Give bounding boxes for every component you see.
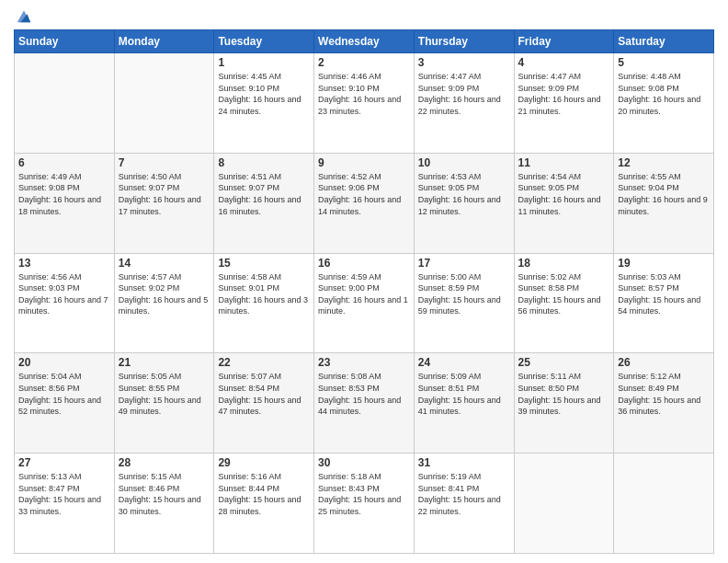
- day-number: 22: [218, 356, 310, 369]
- calendar-cell: 1Sunrise: 4:45 AMSunset: 9:10 PMDaylight…: [214, 53, 314, 154]
- calendar-cell: 5Sunrise: 4:48 AMSunset: 9:08 PMDaylight…: [614, 53, 714, 154]
- day-number: 5: [618, 56, 710, 69]
- cell-info: Sunrise: 5:07 AMSunset: 8:54 PMDaylight:…: [218, 371, 310, 417]
- calendar-week-row: 27Sunrise: 5:13 AMSunset: 8:47 PMDayligh…: [15, 454, 714, 554]
- cell-info: Sunrise: 4:49 AMSunset: 9:08 PMDaylight:…: [18, 171, 110, 217]
- day-number: 29: [218, 456, 310, 469]
- calendar-week-row: 13Sunrise: 4:56 AMSunset: 9:03 PMDayligh…: [15, 253, 714, 353]
- cell-info: Sunrise: 5:19 AMSunset: 8:41 PMDaylight:…: [418, 471, 510, 517]
- day-number: 23: [318, 356, 410, 369]
- calendar-cell: 24Sunrise: 5:09 AMSunset: 8:51 PMDayligh…: [414, 353, 514, 454]
- calendar-cell: 25Sunrise: 5:11 AMSunset: 8:50 PMDayligh…: [514, 353, 614, 454]
- calendar-cell: 19Sunrise: 5:03 AMSunset: 8:57 PMDayligh…: [614, 253, 714, 353]
- cell-info: Sunrise: 5:09 AMSunset: 8:51 PMDaylight:…: [418, 371, 510, 417]
- day-number: 26: [618, 356, 710, 369]
- calendar-cell: 28Sunrise: 5:15 AMSunset: 8:46 PMDayligh…: [114, 454, 214, 554]
- day-number: 18: [518, 257, 610, 270]
- cell-info: Sunrise: 5:11 AMSunset: 8:50 PMDaylight:…: [518, 371, 610, 417]
- weekday-header-monday: Monday: [114, 30, 214, 53]
- calendar-cell: 2Sunrise: 4:46 AMSunset: 9:10 PMDaylight…: [314, 53, 415, 154]
- day-number: 11: [518, 156, 610, 169]
- calendar-cell: 31Sunrise: 5:19 AMSunset: 8:41 PMDayligh…: [414, 454, 514, 554]
- calendar-cell: 6Sunrise: 4:49 AMSunset: 9:08 PMDaylight…: [15, 153, 115, 253]
- weekday-header-row: SundayMondayTuesdayWednesdayThursdayFrid…: [15, 30, 714, 53]
- cell-info: Sunrise: 4:57 AMSunset: 9:02 PMDaylight:…: [119, 271, 210, 317]
- calendar-table: SundayMondayTuesdayWednesdayThursdayFrid…: [14, 29, 714, 554]
- weekday-header-tuesday: Tuesday: [214, 30, 314, 53]
- weekday-header-thursday: Thursday: [414, 30, 514, 53]
- calendar-cell: 30Sunrise: 5:18 AMSunset: 8:43 PMDayligh…: [314, 454, 415, 554]
- calendar-cell: 22Sunrise: 5:07 AMSunset: 8:54 PMDayligh…: [214, 353, 314, 454]
- calendar-cell: 26Sunrise: 5:12 AMSunset: 8:49 PMDayligh…: [614, 353, 714, 454]
- cell-info: Sunrise: 4:51 AMSunset: 9:07 PMDaylight:…: [218, 171, 310, 217]
- day-number: 16: [318, 257, 410, 270]
- weekday-header-saturday: Saturday: [614, 30, 714, 53]
- cell-info: Sunrise: 4:47 AMSunset: 9:09 PMDaylight:…: [518, 71, 610, 117]
- cell-info: Sunrise: 5:18 AMSunset: 8:43 PMDaylight:…: [318, 471, 410, 517]
- cell-info: Sunrise: 4:55 AMSunset: 9:04 PMDaylight:…: [618, 171, 710, 217]
- day-number: 4: [518, 56, 610, 69]
- day-number: 3: [418, 56, 510, 69]
- day-number: 9: [318, 156, 410, 169]
- calendar-cell: [614, 454, 714, 554]
- cell-info: Sunrise: 5:00 AMSunset: 8:59 PMDaylight:…: [418, 271, 510, 317]
- day-number: 2: [318, 56, 410, 69]
- calendar-cell: 8Sunrise: 4:51 AMSunset: 9:07 PMDaylight…: [214, 153, 314, 253]
- day-number: 7: [119, 156, 210, 169]
- calendar-cell: 18Sunrise: 5:02 AMSunset: 8:58 PMDayligh…: [514, 253, 614, 353]
- calendar-cell: [514, 454, 614, 554]
- day-number: 10: [418, 156, 510, 169]
- logo-icon: [16, 7, 32, 24]
- calendar-cell: 21Sunrise: 5:05 AMSunset: 8:55 PMDayligh…: [114, 353, 214, 454]
- cell-info: Sunrise: 4:58 AMSunset: 9:01 PMDaylight:…: [218, 271, 310, 317]
- calendar-cell: 4Sunrise: 4:47 AMSunset: 9:09 PMDaylight…: [514, 53, 614, 154]
- calendar-week-row: 1Sunrise: 4:45 AMSunset: 9:10 PMDaylight…: [15, 53, 714, 154]
- cell-info: Sunrise: 4:47 AMSunset: 9:09 PMDaylight:…: [418, 71, 510, 117]
- cell-info: Sunrise: 4:53 AMSunset: 9:05 PMDaylight:…: [418, 171, 510, 217]
- day-number: 24: [418, 356, 510, 369]
- day-number: 1: [218, 56, 310, 69]
- calendar-week-row: 6Sunrise: 4:49 AMSunset: 9:08 PMDaylight…: [15, 153, 714, 253]
- calendar-cell: 20Sunrise: 5:04 AMSunset: 8:56 PMDayligh…: [15, 353, 115, 454]
- calendar-cell: [15, 53, 115, 154]
- cell-info: Sunrise: 5:13 AMSunset: 8:47 PMDaylight:…: [18, 471, 110, 517]
- calendar-cell: 11Sunrise: 4:54 AMSunset: 9:05 PMDayligh…: [514, 153, 614, 253]
- day-number: 8: [218, 156, 310, 169]
- calendar-cell: 9Sunrise: 4:52 AMSunset: 9:06 PMDaylight…: [314, 153, 415, 253]
- day-number: 15: [218, 257, 310, 270]
- calendar-cell: 14Sunrise: 4:57 AMSunset: 9:02 PMDayligh…: [114, 253, 214, 353]
- cell-info: Sunrise: 5:15 AMSunset: 8:46 PMDaylight:…: [119, 471, 210, 517]
- day-number: 14: [119, 257, 210, 270]
- calendar-cell: 12Sunrise: 4:55 AMSunset: 9:04 PMDayligh…: [614, 153, 714, 253]
- cell-info: Sunrise: 4:56 AMSunset: 9:03 PMDaylight:…: [18, 271, 110, 317]
- cell-info: Sunrise: 5:16 AMSunset: 8:44 PMDaylight:…: [218, 471, 310, 517]
- day-number: 12: [618, 156, 710, 169]
- cell-info: Sunrise: 4:50 AMSunset: 9:07 PMDaylight:…: [119, 171, 210, 217]
- cell-info: Sunrise: 5:02 AMSunset: 8:58 PMDaylight:…: [518, 271, 610, 317]
- day-number: 6: [18, 156, 110, 169]
- cell-info: Sunrise: 4:45 AMSunset: 9:10 PMDaylight:…: [218, 71, 310, 117]
- cell-info: Sunrise: 5:08 AMSunset: 8:53 PMDaylight:…: [318, 371, 410, 417]
- cell-info: Sunrise: 4:52 AMSunset: 9:06 PMDaylight:…: [318, 171, 410, 217]
- calendar-cell: 7Sunrise: 4:50 AMSunset: 9:07 PMDaylight…: [114, 153, 214, 253]
- cell-info: Sunrise: 4:46 AMSunset: 9:10 PMDaylight:…: [318, 71, 410, 117]
- weekday-header-friday: Friday: [514, 30, 614, 53]
- weekday-header-wednesday: Wednesday: [314, 30, 415, 53]
- cell-info: Sunrise: 4:59 AMSunset: 9:00 PMDaylight:…: [318, 271, 410, 317]
- logo: [14, 9, 32, 24]
- calendar-cell: [114, 53, 214, 154]
- cell-info: Sunrise: 5:12 AMSunset: 8:49 PMDaylight:…: [618, 371, 710, 417]
- day-number: 30: [318, 456, 410, 469]
- day-number: 25: [518, 356, 610, 369]
- weekday-header-sunday: Sunday: [15, 30, 115, 53]
- calendar-cell: 13Sunrise: 4:56 AMSunset: 9:03 PMDayligh…: [15, 253, 115, 353]
- day-number: 31: [418, 456, 510, 469]
- cell-info: Sunrise: 5:05 AMSunset: 8:55 PMDaylight:…: [119, 371, 210, 417]
- day-number: 27: [18, 456, 110, 469]
- header: [14, 9, 714, 24]
- calendar-week-row: 20Sunrise: 5:04 AMSunset: 8:56 PMDayligh…: [15, 353, 714, 454]
- day-number: 20: [18, 356, 110, 369]
- calendar-cell: 17Sunrise: 5:00 AMSunset: 8:59 PMDayligh…: [414, 253, 514, 353]
- day-number: 28: [119, 456, 210, 469]
- calendar-cell: 29Sunrise: 5:16 AMSunset: 8:44 PMDayligh…: [214, 454, 314, 554]
